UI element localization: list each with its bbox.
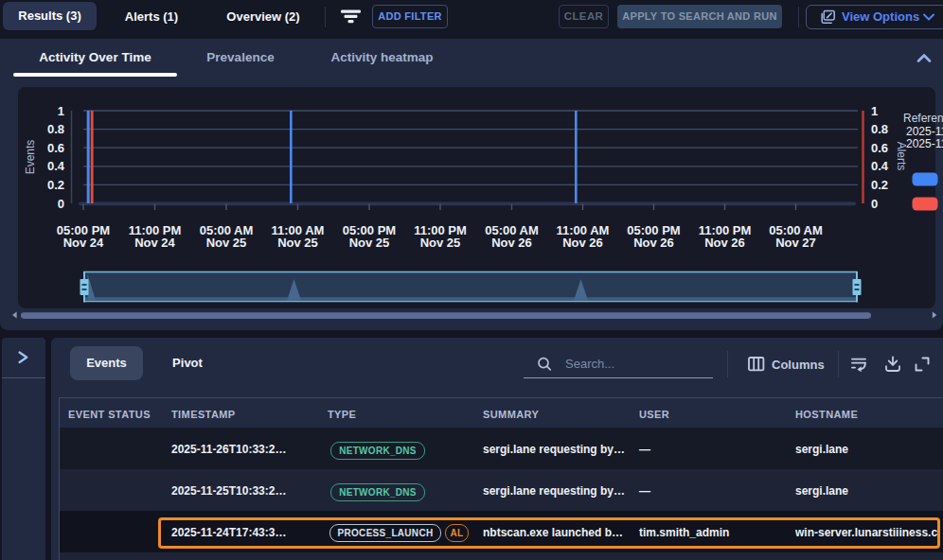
- svg-text:0.8: 0.8: [871, 122, 888, 136]
- svg-text:0.2: 0.2: [47, 178, 64, 192]
- svg-text:0.4: 0.4: [871, 159, 889, 173]
- svg-text:2025-11-25T10:33: 2025-11-25T10:33: [906, 137, 943, 150]
- svg-text:Nov 26: Nov 26: [704, 236, 745, 250]
- svg-text:0.6: 0.6: [47, 141, 64, 155]
- svg-text:Nov 24: Nov 24: [63, 236, 104, 250]
- svg-text:1: 1: [58, 104, 64, 118]
- svg-text:Nov 26: Nov 26: [562, 236, 603, 250]
- svg-text:1: 1: [871, 104, 878, 118]
- svg-text:Nov 25: Nov 25: [206, 236, 247, 250]
- svg-text:Nov 25: Nov 25: [420, 236, 461, 250]
- svg-text:Nov 26: Nov 26: [491, 236, 532, 250]
- svg-text:0.4: 0.4: [47, 159, 65, 173]
- svg-text:0: 0: [871, 197, 878, 211]
- svg-text:0.6: 0.6: [871, 141, 888, 155]
- svg-text:2025-11-26T10:33: 2025-11-26T10:33: [906, 125, 943, 138]
- svg-text:Reference lines:: Reference lines:: [903, 112, 943, 125]
- svg-text:Nov 24: Nov 24: [134, 236, 175, 250]
- svg-text:Nov 25: Nov 25: [349, 236, 390, 250]
- svg-text:Nov 25: Nov 25: [277, 236, 318, 250]
- svg-text:0.2: 0.2: [871, 178, 888, 192]
- svg-text:Nov 27: Nov 27: [775, 236, 816, 250]
- svg-text:0.8: 0.8: [47, 122, 64, 136]
- svg-text:0: 0: [58, 197, 64, 211]
- svg-text:Events: Events: [24, 140, 37, 175]
- svg-text:Nov 26: Nov 26: [633, 236, 674, 250]
